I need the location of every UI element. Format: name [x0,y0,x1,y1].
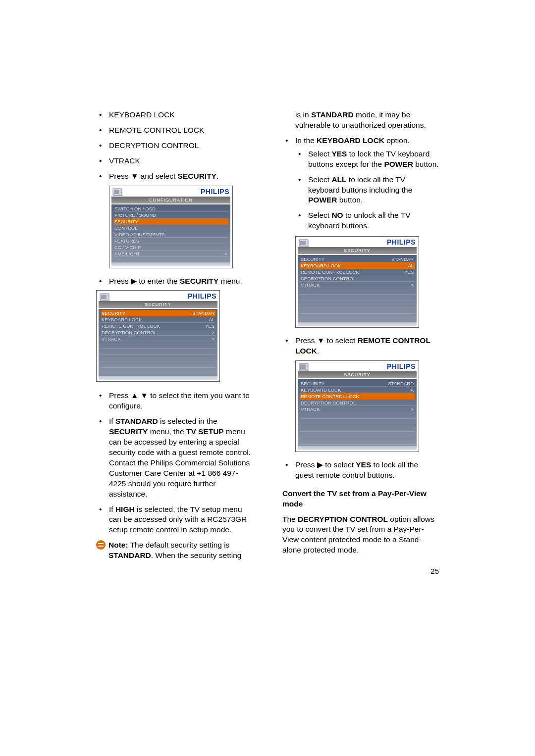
down-arrow-icon: ▼ [131,172,138,180]
text: YES [331,150,347,158]
osd-row-label: CC / V-CHIP [114,244,141,250]
text: Press [109,277,131,285]
osd-title: CONFIGURATION [111,197,230,203]
osd-row: CC / V-CHIP [113,244,228,251]
osd-row-label: PICTURE / SOUND [114,212,156,218]
text: . [216,172,218,180]
text: POWER [308,196,337,204]
text: Press [109,391,131,400]
list-item: Press ▲ ▼ to select the item you want to… [96,391,253,411]
osd-row: REMOTE CONTROL LOCKYES [300,269,415,275]
note-label: Note: [108,541,128,549]
text: is in [295,110,311,119]
osd-panel-security-remote: PHILIPS SECURITY SECURITYSTANDARDKEYBOAR… [295,360,419,452]
tv-icon [299,238,310,247]
osd-row-empty [113,257,228,263]
osd-panel-configuration: PHILIPS CONFIGURATION SWITCH ON / OSDPIC… [109,186,233,268]
svg-rect-9 [300,241,306,245]
list-item: If HIGH is selected, the TV setup menu c… [96,504,253,536]
osd-row-empty [300,301,415,307]
text: In the [295,136,317,145]
right-arrow-icon: ▶ [131,277,137,285]
osd-row-label: SWITCH ON / OSD [114,205,156,211]
svg-rect-5 [101,295,107,299]
text: NO [331,211,343,219]
svg-point-15 [307,367,308,368]
section-heading: Convert the TV set from a Pay-Per-View m… [282,489,439,509]
osd-row: DECRYPTION CONTROL [300,400,415,406]
list-item: Press ▼ and select SECURITY. PHILIPS CON… [96,171,253,268]
osd-row: DECRYPTION CONTROL [300,275,415,282]
brand-label: PHILIPS [201,187,229,197]
list-item: In the KEYBOARD LOCK option. Select YES … [282,136,439,328]
osd-row-value: AL [408,262,414,269]
osd-row-label: VIDEO ADJUSTMENTS [114,231,165,237]
osd-row-value: > [411,282,414,288]
osd-row: SWITCH ON / OSD [113,205,228,212]
osd-row-label: REMOTE CONTROL LOCK [301,393,359,400]
osd-row-label: SECURITY [301,256,324,262]
osd-row-label: FEATURES [114,238,139,244]
osd-title: SECURITY [298,371,417,378]
text: STANDARD [115,417,158,425]
osd-row: SECURITY [113,218,228,225]
text: DECRYPTION CONTROL [298,515,388,523]
tv-icon [299,362,310,371]
list-item: DECRYPTION CONTROL [96,141,253,151]
osd-row-label: VTRACK [301,406,320,412]
osd-row: SECURITYSTANDAR [300,256,415,262]
text: STANDARD [108,551,151,559]
osd-row-value: > [212,336,214,342]
note-block: Note: The default security setting is ST… [96,540,253,561]
osd-row-label: VTRACK [102,336,121,342]
text: . [317,347,319,355]
text: button. [413,160,439,168]
text: menu can be accessed by entering a speci… [109,427,251,498]
osd-row-empty [300,288,415,295]
osd-row-label: REMOTE CONTROL LOCK [301,269,359,275]
osd-row-value: > [224,251,227,256]
list-item: VTRACK [96,156,253,166]
text: Select [308,150,331,158]
text: SECURITY [109,427,148,436]
text: SECURITY [178,172,216,180]
osd-row-empty [300,425,415,432]
osd-row: VIDEO ADJUSTMENTS [113,231,228,238]
svg-point-7 [107,297,108,298]
osd-row-label: SECURITY [102,310,125,316]
svg-point-3 [120,192,121,193]
svg-rect-13 [300,364,306,369]
osd-row-label: KEYBOARD LOCK [301,387,341,393]
osd-row-label: SECURITY [114,218,138,225]
osd-panel-security: PHILIPS SECURITY SECURITYSTANDARKEYBOARD… [96,290,220,382]
list-item: Press ▶ to select YES to lock all the gu… [282,460,439,481]
osd-row-value: YES [205,323,214,329]
osd-row-value: AL [209,316,214,322]
osd-row-value: YES [404,269,414,275]
osd-row: SECURITYSTANDARD [300,380,415,387]
osd-row-value: > [212,329,214,335]
svg-point-6 [107,295,108,296]
osd-row-label: CONTROL [114,225,137,231]
osd-row-empty [300,295,415,301]
text: menu, the [148,427,186,436]
text: to select [323,460,356,469]
text: option. [384,136,410,145]
osd-row-empty [101,342,215,349]
osd-title: SECURITY [99,301,217,308]
text: KEYBOARD LOCK [109,110,175,119]
text: STANDARD [311,110,354,119]
text: If [109,417,115,425]
osd-row: SECURITYSTANDAR [101,310,215,316]
osd-title: SECURITY [298,247,417,254]
osd-row-empty [300,314,415,320]
svg-point-2 [120,190,121,191]
text: Press [295,460,317,469]
osd-row: FEATURES [113,238,228,244]
osd-row: DECRYPTION CONTROL> [101,329,215,336]
text: is selected in the [158,417,217,425]
osd-row-label: DECRYPTION CONTROL [301,400,356,405]
osd-row-label: DECRYPTION CONTROL [301,275,356,281]
up-down-arrow-icon: ▲ ▼ [131,391,148,400]
text: Press [295,336,317,345]
